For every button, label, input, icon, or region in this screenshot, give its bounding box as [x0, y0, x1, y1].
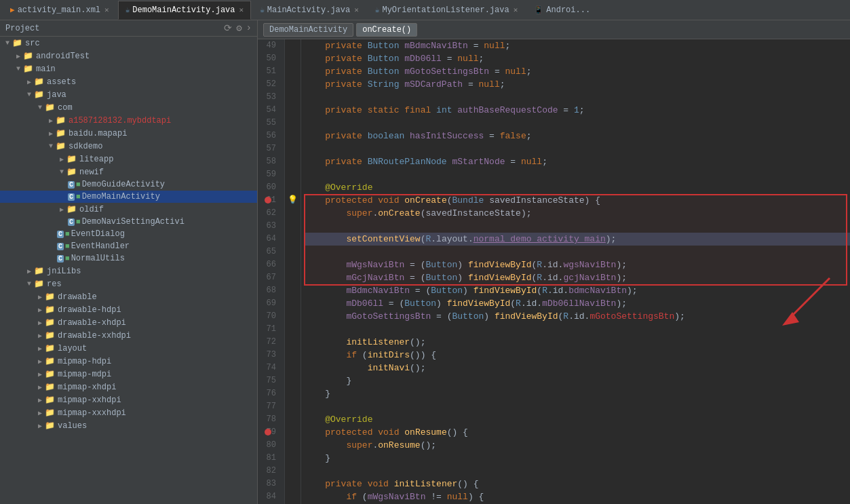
tree-node-mipmap-xxhdpi[interactable]: ▶ 📁 mipmap-xxhdpi [0, 393, 257, 406]
tab-close-activity-main[interactable]: ✕ [104, 5, 109, 14]
expand-arrow-a1587: ▶ [46, 117, 56, 125]
code-line-66: mWgsNaviBtn = (Button) findViewById(R.id… [304, 258, 850, 271]
java-file-icon-2: ☕ [260, 5, 265, 14]
code-line-54: private static final int authBaseRequest… [304, 104, 850, 117]
tab-close-orientation[interactable]: ✕ [514, 5, 518, 14]
expand-arrow-baidu: ▶ [46, 130, 56, 138]
tab-demo-main[interactable]: ☕ DemoMainActivity.java ✕ [118, 1, 251, 20]
code-line-75: } [304, 374, 850, 387]
tree-node-baidu[interactable]: ▶ 📁 baidu.mapapi [0, 127, 257, 140]
tree-node-jnilibs[interactable]: ▶ 📁 jniLibs [0, 265, 257, 277]
code-line-63 [304, 220, 850, 233]
tree-node-a1587[interactable]: ▶ 📁 a1587128132.mybddtapi [0, 114, 257, 127]
expand-arrow-newif: ▼ [57, 168, 66, 176]
code-line-57 [304, 142, 850, 155]
class-c-icon-eventhandler: C [57, 243, 64, 250]
green-icon-eventdialog: ■ [65, 230, 70, 238]
tree-node-com[interactable]: ▼ 📁 com [0, 101, 257, 114]
code-line-55 [304, 117, 850, 130]
tree-node-assets[interactable]: ▶ 📁 assets [0, 75, 257, 88]
code-line-79: protected void onResume() { [304, 426, 850, 439]
tree-node-mipmap-hdpi[interactable]: ▶ 📁 mipmap-hdpi [0, 355, 257, 368]
tree-node-values[interactable]: ▶ 📁 values [0, 419, 257, 432]
code-line-77 [304, 400, 850, 413]
expand-arrow-drawable-xxhdpi: ▶ [35, 332, 45, 340]
folder-icon-drawable-hdpi: 📁 [45, 305, 55, 315]
folder-icon-values: 📁 [45, 421, 55, 431]
sync-icon[interactable]: ⟳ [224, 22, 232, 34]
chevron-right-icon[interactable]: › [246, 22, 252, 34]
sidebar-header: Project ⟳ ⚙ › [0, 20, 257, 37]
app-window: ▶ activity_main.xml ✕ ☕ DemoMainActivity… [0, 0, 850, 504]
code-line-82 [304, 465, 850, 478]
sidebar-icons: ⟳ ⚙ › [224, 22, 252, 34]
tree-node-demoguidea[interactable]: C ■ DemoGuideActivity [0, 178, 257, 191]
tree-node-demonavisetting[interactable]: C ■ DemoNaviSettingActivi [0, 216, 257, 228]
expand-arrow-drawable: ▶ [35, 293, 45, 301]
tree-node-eventhandler[interactable]: C ■ EventHandler [0, 240, 257, 252]
folder-icon-assets: 📁 [34, 77, 44, 87]
code-content: 49 50 51 52 53 54 55 56 57 58 59 60 61 [258, 39, 850, 504]
tree-node-main[interactable]: ▼ 📁 main [0, 62, 257, 75]
expand-arrow-mipmap-xxxhdpi: ▶ [35, 409, 45, 417]
tab-close-main-activity[interactable]: ✕ [354, 5, 359, 14]
code-line-61: protected void onCreate(Bundle savedInst… [304, 194, 850, 207]
tree-node-androidtest[interactable]: ▶ 📁 androidTest [0, 50, 257, 62]
tree-node-eventdialog[interactable]: C ■ EventDialog [0, 228, 257, 240]
java-file-icon: ☕ [125, 5, 130, 14]
class-c-icon-demoguidea: C [68, 181, 75, 189]
tree-node-sdkdemo[interactable]: ▼ 📁 sdkdemo [0, 140, 257, 153]
folder-icon-androidtest: 📁 [23, 51, 33, 61]
breadcrumb-demo-main[interactable]: DemoMainActivity [263, 23, 353, 37]
tree-node-drawable[interactable]: ▶ 📁 drawable [0, 290, 257, 303]
debug-lightbulb-icon: 💡 [288, 194, 298, 207]
tree-node-java[interactable]: ▼ 📁 java [0, 88, 257, 101]
green-icon-demomainca: ■ [76, 193, 81, 201]
code-line-50: private Button mDb06ll = null; [304, 52, 850, 65]
tab-android[interactable]: 📱 Androi... [526, 1, 598, 20]
tree-node-liteapp[interactable]: ▶ 📁 liteapp [0, 153, 257, 166]
folder-icon-com: 📁 [45, 102, 55, 113]
breadcrumb-oncreate[interactable]: onCreate() [356, 23, 417, 37]
tree-node-src[interactable]: ▼ 📁 src [0, 37, 257, 50]
tab-orientation[interactable]: ☕ MyOrientationListener.java ✕ [368, 1, 525, 20]
code-line-52: private String mSDCardPath = null; [304, 78, 850, 91]
tree-node-normalutils[interactable]: C ■ NormalUtils [0, 252, 257, 265]
folder-icon-oldif: 📁 [66, 204, 77, 214]
tree-node-drawable-hdpi[interactable]: ▶ 📁 drawable-hdpi [0, 303, 257, 316]
tree-node-drawable-xhdpi[interactable]: ▶ 📁 drawable-xhdpi [0, 316, 257, 329]
folder-icon-mipmap-xxhdpi: 📁 [45, 395, 55, 405]
code-line-62: super.onCreate(savedInstanceState); [304, 207, 850, 220]
tree-node-newif[interactable]: ▼ 📁 newif [0, 166, 257, 178]
code-line-68: mBdmcNaviBtn = (Button) findViewById(R.i… [304, 284, 850, 297]
tab-close-demo-main[interactable]: ✕ [239, 5, 244, 14]
code-lines[interactable]: private Button mBdmcNaviBtn = null; priv… [301, 39, 850, 504]
code-line-73: if (initDirs()) { [304, 349, 850, 362]
code-line-49: private Button mBdmcNaviBtn = null; [304, 39, 850, 52]
folder-icon-a1587: 📁 [56, 115, 66, 125]
tree-node-mipmap-mdpi[interactable]: ▶ 📁 mipmap-mdpi [0, 368, 257, 381]
green-icon-normalutils: ■ [65, 254, 70, 263]
xml-file-icon: ▶ [10, 5, 15, 14]
code-editor: DemoMainActivity onCreate() 49 50 51 52 … [258, 20, 850, 504]
code-line-53 [304, 91, 850, 104]
green-icon-demoguidea: ■ [76, 180, 81, 189]
tree-node-res[interactable]: ▼ 📁 res [0, 277, 257, 290]
tab-activity-main[interactable]: ▶ activity_main.xml ✕ [3, 1, 117, 20]
class-c-icon-normalutils: C [57, 255, 64, 263]
tree-node-oldif[interactable]: ▶ 📁 oldif [0, 203, 257, 216]
tree-node-layout[interactable]: ▶ 📁 layout [0, 342, 257, 355]
code-line-71 [304, 323, 850, 336]
tree-node-drawable-xxhdpi[interactable]: ▶ 📁 drawable-xxhdpi [0, 329, 257, 342]
java-file-icon-3: ☕ [375, 5, 380, 14]
tree-node-mipmap-xhdpi[interactable]: ▶ 📁 mipmap-xhdpi [0, 381, 257, 393]
green-icon-demonavisetting: ■ [76, 218, 81, 226]
expand-arrow-mipmap-mdpi: ▶ [35, 370, 45, 379]
tree-node-mipmap-xxxhdpi[interactable]: ▶ 📁 mipmap-xxxhdpi [0, 406, 257, 419]
code-line-78: @Override [304, 413, 850, 426]
tree-node-demomaina[interactable]: C ■ DemoMainActivity [0, 191, 257, 203]
tab-main-activity[interactable]: ☕ MainActivity.java ✕ [252, 1, 366, 20]
settings-icon[interactable]: ⚙ [236, 22, 242, 34]
expand-arrow-drawable-xhdpi: ▶ [35, 319, 45, 327]
folder-icon-jnilibs: 📁 [34, 266, 44, 276]
